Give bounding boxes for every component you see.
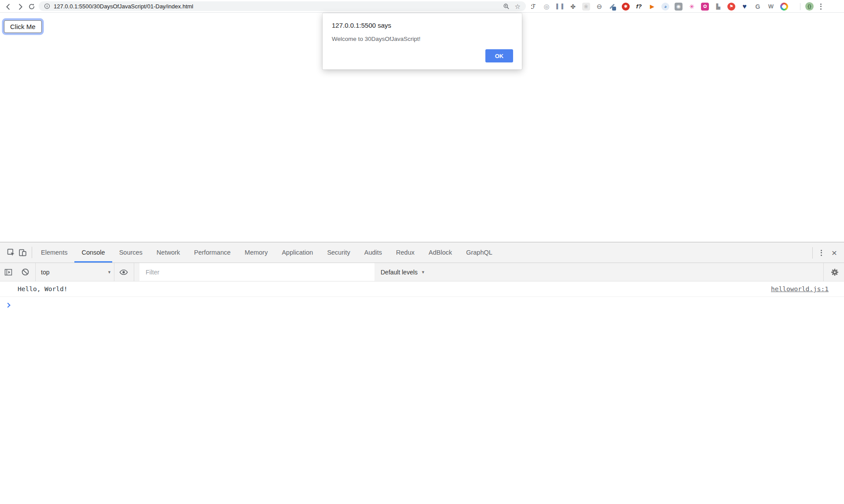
back-button[interactable]	[3, 1, 13, 12]
atom-extension-icon[interactable]: ✳	[688, 3, 696, 11]
forward-button[interactable]	[15, 1, 26, 12]
corner-blocks-extension-icon[interactable]: ▙	[714, 3, 722, 11]
browser-menu-kebab-icon[interactable]	[818, 2, 823, 11]
color-picker-extension-icon[interactable]	[609, 3, 616, 11]
info-icon[interactable]	[44, 3, 50, 9]
back-icon	[4, 3, 12, 11]
sidebar-play-icon	[4, 268, 13, 277]
filter-field-region	[139, 263, 374, 281]
lens-extension-icon[interactable]: ◎	[543, 3, 550, 11]
tab-network[interactable]: Network	[150, 242, 187, 263]
rainbow-ring-extension-icon[interactable]	[780, 3, 788, 11]
flower-grid-extension-icon[interactable]: ❀	[582, 3, 590, 11]
console-message-row: Hello, World! helloworld.js:1	[0, 281, 844, 297]
stop-hand-extension-icon[interactable]: ✱	[622, 3, 630, 11]
console-filter-input[interactable]	[139, 263, 374, 281]
address-bar[interactable]: 127.0.0.1:5500/30DaysOfJavaScript/01-Day…	[39, 1, 526, 11]
clear-console-button[interactable]	[19, 267, 31, 278]
browser-toolbar: 127.0.0.1:5500/30DaysOfJavaScript/01-Day…	[0, 0, 844, 13]
device-icon	[18, 248, 27, 257]
toolbar-separator	[800, 3, 800, 10]
javascript-context-select[interactable]: top ▼	[41, 269, 114, 276]
toolbar-separator	[35, 263, 36, 281]
console-sidebar-toggle[interactable]	[3, 267, 14, 278]
console-prompt-row[interactable]	[0, 297, 844, 313]
block-icon	[21, 268, 29, 276]
g-ring-extension-icon[interactable]: G	[754, 3, 762, 11]
toolbar-separator	[114, 263, 114, 281]
tabbar-separator	[32, 247, 32, 258]
gear-square-extension-icon[interactable]: ✿	[701, 3, 709, 11]
alert-message: Welcome to 30DaysOfJavaScript!	[332, 36, 511, 42]
log-levels-label: Default levels	[381, 269, 418, 276]
devtools-close-icon[interactable]: ×	[830, 248, 839, 257]
tab-console[interactable]: Console	[74, 242, 112, 263]
alert-title: 127.0.0.1:5500 says	[332, 22, 511, 29]
eye-icon	[119, 269, 128, 275]
live-expression-button[interactable]	[118, 267, 129, 278]
chevron-down-icon: ▼	[421, 270, 428, 274]
toolbar-separator	[823, 263, 824, 281]
console-settings-button[interactable]	[829, 267, 840, 278]
tab-sources[interactable]: Sources	[112, 242, 150, 263]
tab-memory[interactable]: Memory	[238, 242, 275, 263]
bug-extension-icon[interactable]: ✤	[569, 3, 577, 11]
bookmark-extension-icon[interactable]: ⚑	[727, 3, 735, 11]
wave-ring-extension-icon[interactable]: W	[767, 3, 775, 11]
device-toolbar-button[interactable]	[17, 247, 28, 258]
devtools-tabbar: Elements Console Sources Network Perform…	[0, 242, 844, 263]
script-f-extension-icon[interactable]: ℱ	[529, 3, 537, 11]
alert-ok-button[interactable]: OK	[485, 49, 513, 62]
extensions-row: ℱ◎▌▐✤❀⊖✱f?▶◕◉✳✿▙⚑♥GW	[529, 0, 788, 13]
reload-icon	[28, 3, 35, 10]
camera-extension-icon[interactable]: ◉	[675, 3, 683, 11]
tabbar-right-separator	[812, 247, 813, 259]
gear-icon	[830, 268, 839, 277]
inspect-element-button[interactable]	[5, 247, 17, 258]
console-toolbar: top ▼ Default levels ▼	[0, 263, 844, 281]
devtools-tabs: Elements Console Sources Network Perform…	[34, 242, 499, 263]
tab-application[interactable]: Application	[275, 242, 320, 263]
tab-elements[interactable]: Elements	[34, 242, 74, 263]
click-me-button[interactable]: Click Me	[4, 20, 42, 33]
url-text[interactable]: 127.0.0.1:5500/30DaysOfJavaScript/01-Day…	[54, 3, 503, 10]
chevron-down-icon: ▼	[107, 270, 114, 274]
devtools-menu-kebab-icon[interactable]	[819, 248, 824, 258]
heart-search-extension-icon[interactable]: ♥	[741, 3, 749, 11]
alert-dialog: 127.0.0.1:5500 says Welcome to 30DaysOfJ…	[323, 13, 522, 69]
toolbar-separator	[134, 263, 134, 281]
tab-audits[interactable]: Audits	[357, 242, 389, 263]
devtools-panel: Elements Console Sources Network Perform…	[0, 242, 844, 504]
tab-graphql[interactable]: GraphQL	[459, 242, 499, 263]
profile-area: {}	[800, 0, 823, 13]
tab-performance[interactable]: Performance	[187, 242, 238, 263]
console-source-link[interactable]: helloworld.js:1	[771, 285, 829, 292]
swirl-extension-icon[interactable]: ◕	[661, 3, 669, 11]
profile-avatar[interactable]: {}	[805, 2, 814, 11]
forward-icon	[17, 3, 24, 11]
context-label: top	[41, 269, 49, 276]
prompt-chevron-icon	[5, 303, 10, 307]
f-question-extension-icon[interactable]: f?	[635, 3, 643, 11]
reload-button[interactable]	[26, 1, 37, 12]
zoom-magnifier-icon[interactable]	[503, 3, 510, 10]
tab-security[interactable]: Security	[320, 242, 357, 263]
log-levels-select[interactable]: Default levels ▼	[381, 269, 428, 276]
inspect-cursor-icon	[7, 248, 16, 257]
panels-extension-icon[interactable]: ▌▐	[556, 3, 564, 11]
tab-adblock[interactable]: AdBlock	[422, 242, 459, 263]
megaphone-extension-icon[interactable]: ▶	[648, 3, 656, 11]
bookmark-star-icon[interactable]: ☆	[515, 3, 521, 10]
paren-circle-extension-icon[interactable]: ⊖	[595, 3, 603, 11]
tab-redux[interactable]: Redux	[389, 242, 422, 263]
console-message-text: Hello, World!	[18, 285, 68, 292]
